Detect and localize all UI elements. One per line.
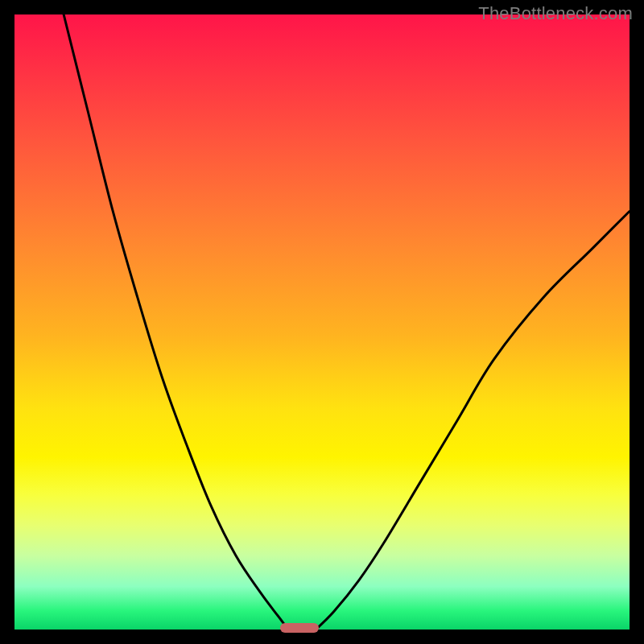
left-curve (64, 14, 288, 630)
right-curve (316, 211, 630, 630)
watermark-text: TheBottleneck.com (478, 3, 633, 24)
curves-layer (14, 14, 630, 630)
chart-frame: TheBottleneck.com (0, 0, 644, 644)
bottleneck-marker (280, 623, 319, 633)
